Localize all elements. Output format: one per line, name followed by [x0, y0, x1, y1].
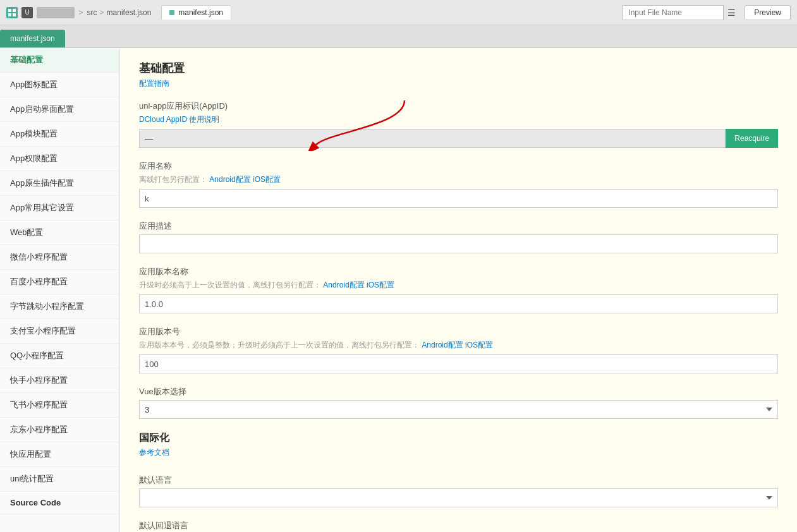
appid-field-group: uni-app应用标识(AppID) DCloud AppID 使用说明 Rea… [139, 100, 778, 148]
file-tab-bar: manifest.json [0, 25, 797, 48]
file-tab-top[interactable]: manifest.json [161, 5, 231, 20]
appname-android-link[interactable]: Android配置 [209, 175, 250, 184]
breadcrumb-sep1: > [78, 8, 83, 17]
sidebar-item-app-icon[interactable]: App图标配置 [0, 73, 119, 97]
version-code-field-group: 应用版本号 应用版本本号，必须是整数；升级时必须高于上一次设置的值，离线打包另行… [139, 326, 778, 373]
sidebar-item-kuaishou[interactable]: 快手小程序配置 [0, 368, 119, 393]
layout-icon: U [21, 7, 33, 18]
appname-sublabel: 离线打包另行配置： Android配置 iOS配置 [139, 174, 778, 185]
appid-input[interactable] [139, 129, 726, 148]
sidebar-item-uni-stat[interactable]: uni统计配置 [0, 467, 119, 492]
svg-rect-1 [13, 9, 16, 12]
version-code-sublabel: 应用版本本号，必须是整数；升级时必须高于上一次设置的值，离线打包另行配置： An… [139, 340, 778, 351]
sidebar-item-app-splash[interactable]: App启动界面配置 [0, 97, 119, 122]
version-name-sublabel: 升级时必须高于上一次设置的值，离线打包另行配置： Android配置 iOS配置 [139, 280, 778, 291]
breadcrumb-sep2: > [100, 8, 104, 17]
main-layout: 基础配置 App图标配置 App启动界面配置 App模块配置 App权限配置 A… [0, 48, 797, 532]
version-name-label: 应用版本名称 [139, 266, 778, 277]
vue-version-field-group: Vue版本选择 2 3 [139, 386, 778, 419]
sidebar-item-web[interactable]: Web配置 [0, 221, 119, 245]
breadcrumb-file[interactable]: manifest.json [107, 8, 152, 17]
sidebar-item-app-native[interactable]: App原生插件配置 [0, 171, 119, 196]
svg-rect-3 [13, 13, 16, 16]
fallback-lang-label: 默认回退语言 [139, 520, 778, 531]
default-lang-label: 默认语言 [139, 475, 778, 486]
sidebar-item-jd[interactable]: 京东小程序配置 [0, 418, 119, 442]
version-code-ios-link[interactable]: iOS配置 [465, 341, 493, 349]
svg-rect-0 [8, 9, 11, 12]
breadcrumb-src[interactable]: src [87, 8, 97, 17]
sidebar-item-app-permission[interactable]: App权限配置 [0, 147, 119, 171]
sidebar-item-qq[interactable]: QQ小程序配置 [0, 344, 119, 368]
appname-field-group: 应用名称 离线打包另行配置： Android配置 iOS配置 [139, 160, 778, 208]
app-icon [6, 7, 18, 18]
svg-rect-2 [8, 13, 11, 16]
version-code-label: 应用版本号 [139, 326, 778, 337]
version-name-ios-link[interactable]: iOS配置 [367, 281, 394, 289]
description-input[interactable] [139, 234, 778, 253]
sidebar-item-alipay[interactable]: 支付宝小程序配置 [0, 319, 119, 344]
default-lang-select-wrapper [139, 488, 778, 507]
version-code-android-link[interactable]: Android配置 [422, 341, 463, 349]
reacquire-button[interactable]: Reacquire [726, 129, 778, 148]
vue-version-select[interactable]: 2 3 [139, 400, 778, 419]
sidebar: 基础配置 App图标配置 App启动界面配置 App模块配置 App权限配置 A… [0, 48, 120, 532]
appname-input[interactable] [139, 189, 778, 208]
sidebar-item-app-module[interactable]: App模块配置 [0, 122, 119, 147]
file-name-input[interactable] [623, 5, 724, 20]
tab-dot [169, 10, 174, 15]
preview-button[interactable]: Preview [745, 5, 791, 20]
appid-sublabel: DCloud AppID 使用说明 [139, 114, 778, 125]
appid-input-row: Reacquire [139, 129, 778, 148]
version-code-input[interactable] [139, 354, 778, 373]
breadcrumb: src > manifest.json [87, 8, 152, 17]
appname-ios-link[interactable]: iOS配置 [253, 175, 281, 184]
sidebar-item-bytedance[interactable]: 字节跳动小程序配置 [0, 294, 119, 319]
guide-link[interactable]: 配置指南 [139, 78, 169, 89]
manifest-tab[interactable]: manifest.json [0, 30, 65, 47]
sidebar-item-basic[interactable]: 基础配置 [0, 48, 119, 73]
i18n-title: 国际化 [139, 432, 778, 445]
top-bar: U > src > manifest.json manifest.json ☰ … [0, 0, 797, 25]
appid-label: uni-app应用标识(AppID) [139, 100, 778, 112]
sidebar-item-app-other[interactable]: App常用其它设置 [0, 196, 119, 221]
vue-version-select-wrapper: 2 3 [139, 400, 778, 419]
appname-label: 应用名称 [139, 160, 778, 172]
tab-label: manifest.json [178, 8, 223, 17]
description-label: 应用描述 [139, 221, 778, 232]
version-name-android-link[interactable]: Android配置 [323, 281, 364, 289]
content-area: 基础配置 配置指南 uni-app应用标识(AppID) DCloud AppI… [120, 48, 797, 532]
project-name [37, 7, 75, 18]
default-lang-select[interactable] [139, 488, 778, 507]
fallback-lang-field-group: 默认回退语言 [139, 520, 778, 532]
sidebar-item-baidu[interactable]: 百度小程序配置 [0, 270, 119, 294]
vue-version-label: Vue版本选择 [139, 386, 778, 397]
sidebar-item-quick-app[interactable]: 快应用配置 [0, 442, 119, 467]
appid-input-wrapper: Reacquire [139, 129, 778, 148]
appid-link[interactable]: DCloud AppID 使用说明 [139, 115, 219, 124]
version-name-input[interactable] [139, 294, 778, 313]
description-field-group: 应用描述 [139, 221, 778, 253]
filter-icon[interactable]: ☰ [727, 8, 736, 18]
sidebar-item-source-code[interactable]: Source Code [0, 492, 119, 514]
sidebar-item-wechat[interactable]: 微信小程序配置 [0, 245, 119, 270]
page-title: 基础配置 [139, 61, 778, 76]
sidebar-item-feishu[interactable]: 飞书小程序配置 [0, 393, 119, 418]
version-name-field-group: 应用版本名称 升级时必须高于上一次设置的值，离线打包另行配置： Android配… [139, 266, 778, 313]
i18n-section: 国际化 参考文档 默认语言 [139, 432, 778, 507]
i18n-doc-link[interactable]: 参考文档 [139, 447, 169, 458]
